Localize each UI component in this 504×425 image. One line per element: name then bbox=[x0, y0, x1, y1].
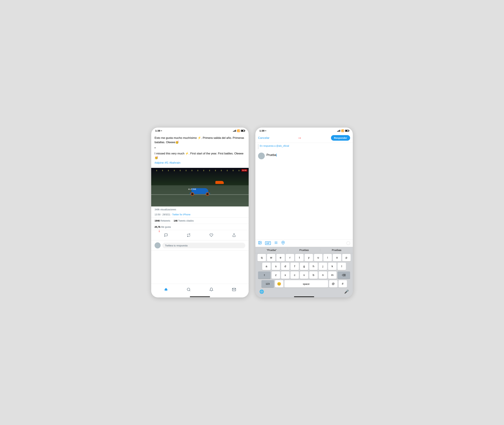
right-battery-icon bbox=[345, 130, 349, 132]
key-f[interactable]: f bbox=[291, 263, 299, 270]
orange-car-body bbox=[215, 181, 224, 184]
twitter-source-link[interactable]: Twitter for iPhone bbox=[172, 213, 191, 216]
car-wheel-left bbox=[191, 192, 194, 196]
key-m[interactable]: m bbox=[328, 272, 336, 279]
right-time: 1:39 bbox=[259, 129, 265, 132]
car-wheel-right bbox=[206, 192, 209, 196]
key-b[interactable]: b bbox=[309, 272, 318, 279]
key-l[interactable]: l bbox=[338, 263, 346, 270]
key-space[interactable]: space bbox=[284, 280, 328, 287]
right-status-bar: 1:39 ◂ 📶 bbox=[255, 127, 353, 133]
right-signal-icon bbox=[337, 130, 340, 132]
autocorrect-item-1[interactable]: Pruebas bbox=[288, 248, 320, 252]
left-status-icons: 📶 bbox=[233, 129, 245, 132]
key-shift[interactable]: ⇧ bbox=[258, 272, 271, 279]
like-button[interactable] bbox=[208, 232, 215, 239]
likes-row[interactable]: 25,7k Me gusta ↓ bbox=[151, 224, 249, 230]
red-arrow-right-icon: → bbox=[297, 135, 302, 140]
key-g[interactable]: g bbox=[300, 263, 308, 270]
key-row-3: ⇧ z x c v b n m ⌫ bbox=[256, 272, 352, 279]
list-toolbar-button[interactable] bbox=[274, 241, 278, 246]
key-y[interactable]: y bbox=[305, 254, 313, 261]
key-x[interactable]: x bbox=[281, 272, 289, 279]
home-indicator bbox=[151, 297, 249, 298]
track-lights bbox=[151, 170, 249, 171]
key-hash[interactable]: # bbox=[339, 280, 347, 287]
key-k[interactable]: k bbox=[328, 263, 336, 270]
respond-button[interactable]: Responder bbox=[331, 135, 350, 141]
views-count: 348k visualizaciones bbox=[151, 206, 249, 212]
retweets-stat[interactable]: 1946 Retweets bbox=[155, 219, 170, 222]
key-emoji[interactable]: 😊 bbox=[275, 280, 283, 287]
reply-input[interactable]: Twittea tu respuesta bbox=[162, 243, 245, 248]
svg-line-2 bbox=[189, 290, 190, 291]
key-q[interactable]: q bbox=[258, 254, 266, 261]
globe-icon[interactable]: 🌐 bbox=[259, 290, 264, 294]
right-home-indicator bbox=[255, 297, 353, 298]
tweet-bullet: • bbox=[155, 146, 245, 150]
autocorrect-item-0[interactable]: "Prueba" bbox=[255, 248, 288, 252]
quoted-stat[interactable]: 146 Tweets citados bbox=[174, 219, 194, 222]
key-a[interactable]: a bbox=[262, 263, 271, 270]
key-w[interactable]: w bbox=[267, 254, 275, 261]
text-cursor bbox=[276, 153, 277, 157]
nav-bell[interactable] bbox=[208, 286, 215, 293]
svg-point-8 bbox=[283, 242, 284, 243]
tweet-text-spanish: Esto me gusta mucho muchísimo ⚡. Primera… bbox=[155, 136, 245, 144]
nav-mail[interactable] bbox=[230, 286, 238, 293]
compose-area: Prueba bbox=[255, 151, 353, 239]
key-rows: q w e r t y u i o p a s d f g bbox=[255, 253, 353, 288]
tweet-content: Esto me gusta mucho muchísimo ⚡. Primera… bbox=[151, 133, 249, 284]
key-delete[interactable]: ⌫ bbox=[338, 272, 350, 279]
location-toolbar-button[interactable] bbox=[281, 241, 285, 246]
reply-context-text: En respuesta a @alo_oficial bbox=[260, 144, 289, 149]
tweet-stats: 1946 Retweets 146 Tweets citados bbox=[151, 218, 249, 224]
key-o[interactable]: o bbox=[333, 254, 341, 261]
retweet-button[interactable] bbox=[185, 232, 192, 239]
key-r[interactable]: r bbox=[286, 254, 294, 261]
nav-search[interactable] bbox=[185, 286, 192, 293]
nav-home[interactable] bbox=[162, 286, 170, 293]
key-p[interactable]: p bbox=[342, 254, 351, 261]
svg-point-1 bbox=[187, 288, 190, 291]
cancel-button[interactable]: Cancelar bbox=[258, 136, 269, 140]
autocorrect-item-2[interactable]: Pruebaa bbox=[320, 248, 353, 252]
key-row-bottom: 123 😊 space @ # bbox=[256, 280, 352, 287]
compose-text-field[interactable]: Prueba bbox=[266, 153, 277, 157]
action-buttons bbox=[151, 230, 249, 240]
tweet-text-english: I missed this very much ⚡. First start o… bbox=[155, 151, 245, 160]
key-v[interactable]: v bbox=[300, 272, 308, 279]
image-toolbar-button[interactable] bbox=[258, 241, 262, 246]
left-phone: 1:39 ◂ 📶 Esto me gusta mucho muchísimo ⚡ bbox=[151, 127, 249, 298]
battery-icon bbox=[241, 130, 245, 132]
key-numbers[interactable]: 123 bbox=[261, 280, 274, 287]
f1tv-badge: F1 TV bbox=[241, 169, 247, 172]
key-h[interactable]: h bbox=[309, 263, 318, 270]
key-e[interactable]: e bbox=[276, 254, 285, 261]
tweet-image[interactable]: ALPINE F1 TV bbox=[151, 168, 249, 206]
reply-button[interactable] bbox=[163, 232, 169, 239]
key-i[interactable]: i bbox=[323, 254, 332, 261]
share-button[interactable] bbox=[231, 232, 237, 239]
key-d[interactable]: d bbox=[281, 263, 289, 270]
reply-username[interactable]: @alo_oficial bbox=[276, 145, 289, 147]
key-u[interactable]: u bbox=[314, 254, 322, 261]
key-at[interactable]: @ bbox=[329, 280, 338, 287]
key-s[interactable]: s bbox=[272, 263, 280, 270]
key-j[interactable]: j bbox=[319, 263, 327, 270]
right-phone: 1:39 ◂ 📶 Cancelar → R bbox=[255, 127, 353, 298]
key-t[interactable]: t bbox=[295, 254, 304, 261]
reply-context: En respuesta a @alo_oficial bbox=[255, 143, 353, 151]
key-c[interactable]: c bbox=[291, 272, 299, 279]
compose-header: Cancelar → Responder bbox=[255, 133, 353, 143]
bottom-nav bbox=[151, 284, 249, 297]
left-status-bar: 1:39 ◂ 📶 bbox=[151, 127, 249, 133]
key-n[interactable]: n bbox=[319, 272, 327, 279]
key-z[interactable]: z bbox=[272, 272, 280, 279]
progress-circle bbox=[347, 241, 350, 245]
keyboard-bottom-bar: 🌐 🎤 bbox=[255, 288, 353, 297]
gif-toolbar-button[interactable]: GIF bbox=[265, 241, 271, 245]
microphone-icon[interactable]: 🎤 bbox=[344, 290, 349, 294]
tweet-hashtags[interactable]: #alpine #f1 #bahrain bbox=[155, 161, 245, 165]
tweet-meta: 13:50 · 29/3/21 · Twitter for iPhone bbox=[151, 212, 249, 218]
